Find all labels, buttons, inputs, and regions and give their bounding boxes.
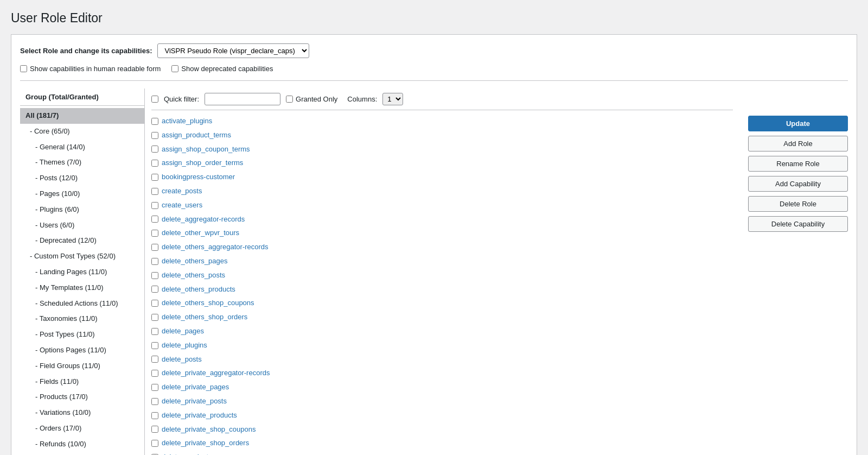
capability-label[interactable]: activate_plugins xyxy=(162,116,212,127)
capability-label[interactable]: assign_product_terms xyxy=(162,130,231,141)
capability-checkbox[interactable] xyxy=(151,216,158,223)
sidebar-item[interactable]: - Users (6/0) xyxy=(20,218,144,233)
sidebar-item[interactable]: - Posts (12/0) xyxy=(20,170,144,186)
capability-label[interactable]: create_users xyxy=(162,200,202,211)
capability-label[interactable]: delete_private_posts xyxy=(162,396,227,407)
capability-label[interactable]: delete_plugins xyxy=(162,340,207,351)
granted-only-checkbox[interactable] xyxy=(286,96,293,103)
capability-checkbox[interactable] xyxy=(151,258,158,265)
role-select[interactable]: ViSPR Pseudo Role (vispr_declare_caps) xyxy=(157,43,309,58)
capability-label[interactable]: delete_pages xyxy=(162,326,204,337)
capability-label[interactable]: delete_other_wpvr_tours xyxy=(162,228,239,239)
sidebar-item[interactable]: - Coupons (17/0) xyxy=(20,452,144,455)
quick-filter-label: Quick filter: xyxy=(164,95,199,103)
sidebar-item[interactable]: - Fields (11/0) xyxy=(20,374,144,390)
capability-label[interactable]: delete_private_shop_coupons xyxy=(162,424,256,435)
capability-checkbox[interactable] xyxy=(151,286,158,293)
deprecated-label[interactable]: Show deprecated capabilities xyxy=(171,65,273,73)
list-item: delete_others_pages xyxy=(151,255,731,268)
capability-checkbox[interactable] xyxy=(151,160,158,167)
sidebar-item[interactable]: - Orders (17/0) xyxy=(20,421,144,437)
rename-role-button[interactable]: Rename Role xyxy=(748,156,848,172)
sidebar-items-list: All (181/7)- Core (65/0)- General (14/0)… xyxy=(20,108,144,455)
capability-label[interactable]: assign_shop_order_terms xyxy=(162,157,243,169)
capability-checkbox[interactable] xyxy=(151,118,158,125)
sidebar-item[interactable]: - Refunds (10/0) xyxy=(20,437,144,452)
capability-checkbox[interactable] xyxy=(151,132,158,139)
sidebar-item[interactable]: - Themes (7/0) xyxy=(20,155,144,170)
capability-checkbox[interactable] xyxy=(151,426,158,433)
sidebar-item[interactable]: - Taxonomies (11/0) xyxy=(20,311,144,327)
capability-label[interactable]: delete_private_aggregator-records xyxy=(162,368,270,379)
sidebar-item[interactable]: - My Templates (11/0) xyxy=(20,280,144,296)
capability-checkbox[interactable] xyxy=(151,188,158,195)
capability-checkbox[interactable] xyxy=(151,202,158,209)
capability-checkbox[interactable] xyxy=(151,440,158,447)
sidebar-item[interactable]: - Scheduled Actions (11/0) xyxy=(20,296,144,312)
delete-role-button[interactable]: Delete Role xyxy=(748,196,848,212)
quick-filter-input[interactable] xyxy=(205,93,280,105)
human-readable-label[interactable]: Show capabilities in human readable form xyxy=(20,65,161,73)
sidebar-item[interactable]: - Landing Pages (11/0) xyxy=(20,264,144,280)
delete-capability-button[interactable]: Delete Capability xyxy=(748,216,848,232)
capability-checkbox[interactable] xyxy=(151,146,158,153)
sidebar-item[interactable]: - Plugins (6/0) xyxy=(20,202,144,218)
capability-label[interactable]: bookingpress-customer xyxy=(162,172,235,183)
capability-label[interactable]: delete_others_posts xyxy=(162,270,225,281)
deprecated-checkbox[interactable] xyxy=(171,65,178,72)
select-role-label: Select Role and change its capabilities: xyxy=(20,47,152,55)
select-all-checkbox[interactable] xyxy=(151,96,158,103)
granted-only-label[interactable]: Granted Only xyxy=(286,95,337,103)
capability-label[interactable]: delete_aggregator-records xyxy=(162,214,245,225)
capability-checkbox[interactable] xyxy=(151,412,158,419)
list-item: delete_others_posts xyxy=(151,269,731,282)
list-item: assign_shop_order_terms xyxy=(151,156,731,170)
capability-checkbox[interactable] xyxy=(151,300,158,307)
sidebar-item[interactable]: - Core (65/0) xyxy=(20,124,144,140)
sidebar-item[interactable]: - Variations (10/0) xyxy=(20,405,144,421)
capability-checkbox[interactable] xyxy=(151,356,158,363)
capability-checkbox[interactable] xyxy=(151,398,158,405)
sidebar-item[interactable]: - Pages (10/0) xyxy=(20,186,144,202)
sidebar-item[interactable]: - Field Groups (11/0) xyxy=(20,358,144,374)
capability-label[interactable]: delete_private_shop_orders xyxy=(162,438,249,449)
sidebar-item[interactable]: - Deprecated (12/0) xyxy=(20,233,144,249)
capability-checkbox[interactable] xyxy=(151,314,158,321)
capability-label[interactable]: delete_posts xyxy=(162,354,202,365)
add-capability-button[interactable]: Add Capability xyxy=(748,176,848,192)
capability-label[interactable]: delete_others_aggregator-records xyxy=(162,242,269,253)
list-item: delete_others_products xyxy=(151,283,731,296)
capability-checkbox[interactable] xyxy=(151,328,158,335)
capability-checkbox[interactable] xyxy=(151,384,158,391)
capability-label[interactable]: delete_others_products xyxy=(162,284,235,295)
capability-label[interactable]: delete_others_shop_orders xyxy=(162,312,247,323)
capability-checkbox[interactable] xyxy=(151,230,158,237)
capability-label[interactable]: assign_shop_coupon_terms xyxy=(162,144,250,155)
capability-label[interactable]: delete_others_pages xyxy=(162,256,227,267)
capability-label[interactable]: delete_private_products xyxy=(162,410,237,421)
add-role-button[interactable]: Add Role xyxy=(748,136,848,151)
sidebar-item[interactable]: - Post Types (11/0) xyxy=(20,327,144,343)
capability-checkbox[interactable] xyxy=(151,174,158,181)
human-readable-checkbox[interactable] xyxy=(20,65,27,72)
capability-checkbox[interactable] xyxy=(151,370,158,377)
list-item: delete_posts xyxy=(151,353,731,366)
list-item: delete_private_aggregator-records xyxy=(151,366,731,380)
sidebar-item[interactable]: All (181/7) xyxy=(20,108,144,124)
capability-label[interactable]: create_posts xyxy=(162,186,202,197)
capability-label[interactable]: delete_others_shop_coupons xyxy=(162,298,254,309)
sidebar-header: Group (Total/Granted) xyxy=(20,89,144,106)
capability-checkbox[interactable] xyxy=(151,272,158,279)
capability-label[interactable]: delete_product xyxy=(162,452,208,455)
sidebar: Group (Total/Granted) All (181/7)- Core … xyxy=(20,89,145,455)
capability-checkbox[interactable] xyxy=(151,244,158,251)
columns-select[interactable]: 1 2 3 xyxy=(382,93,403,105)
capabilities-area: Quick filter: Granted Only Columns: 1 2 … xyxy=(145,89,739,455)
sidebar-item[interactable]: - Custom Post Types (52/0) xyxy=(20,249,144,264)
capability-label[interactable]: delete_private_pages xyxy=(162,382,229,393)
sidebar-item[interactable]: - General (14/0) xyxy=(20,140,144,155)
sidebar-item[interactable]: - Products (17/0) xyxy=(20,389,144,405)
capability-checkbox[interactable] xyxy=(151,342,158,349)
sidebar-item[interactable]: - Options Pages (11/0) xyxy=(20,343,144,358)
update-button[interactable]: Update xyxy=(748,116,848,131)
